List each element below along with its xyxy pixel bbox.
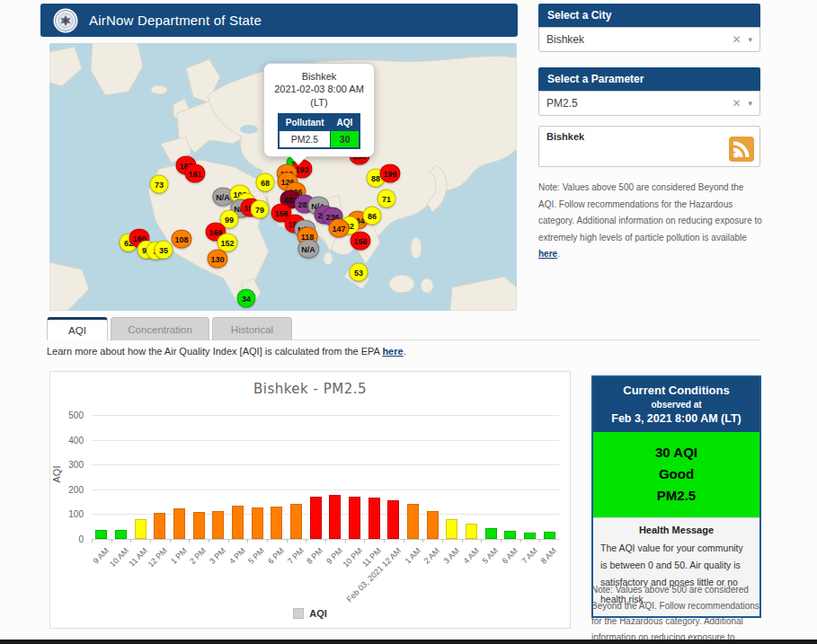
- aqi-world-map[interactable]: 18716173N/A10069N/A159799968169152130621…: [49, 43, 517, 311]
- aqi-bar[interactable]: [485, 528, 497, 539]
- aqi-bar[interactable]: [544, 532, 555, 539]
- rss-icon[interactable]: [729, 137, 754, 162]
- y-tick-label: 300: [68, 460, 84, 470]
- health-message-title: Health Message: [600, 525, 752, 535]
- x-tick: [364, 539, 365, 543]
- learn-more-link[interactable]: here: [382, 346, 403, 357]
- aqi-marker[interactable]: 34: [237, 289, 256, 308]
- aqi-bar[interactable]: [407, 504, 419, 539]
- x-tick: [422, 539, 423, 543]
- aqi-bar[interactable]: [212, 511, 224, 539]
- tab-historical[interactable]: Historical: [212, 317, 292, 340]
- aqi-bar[interactable]: [329, 495, 341, 539]
- y-axis-title: AQI: [51, 466, 62, 483]
- popup-aqi-header: AQI: [331, 114, 360, 131]
- current-conditions-header: Current Conditions observed at Feb 3, 20…: [593, 377, 759, 432]
- aqi-marker[interactable]: 86: [363, 207, 382, 225]
- aqi-marker[interactable]: N/A: [297, 240, 319, 259]
- aqi-bar[interactable]: [387, 500, 399, 539]
- aqi-bar[interactable]: [135, 519, 147, 539]
- aqi-bar[interactable]: [446, 519, 457, 539]
- tab-aqi[interactable]: AQI: [47, 317, 108, 340]
- chart-legend[interactable]: AQI: [50, 608, 570, 619]
- clear-city-icon[interactable]: ✕: [732, 33, 741, 46]
- learn-more-text: Learn more about how the Air Quality Ind…: [47, 346, 406, 357]
- aqi-marker[interactable]: 158: [350, 232, 370, 251]
- x-tick-label: 7 PM: [286, 546, 306, 566]
- aqi-marker[interactable]: 108: [171, 230, 191, 249]
- x-tick: [501, 539, 502, 543]
- x-tick-label: 2 PM: [188, 546, 208, 566]
- x-tick-label: 4 PM: [227, 546, 247, 566]
- x-tick: [520, 539, 521, 543]
- aqi-bar[interactable]: [193, 512, 205, 539]
- rss-feed-box: Bishkek: [538, 126, 760, 167]
- conditions-note-text: Note: Values above 500 are considered Be…: [591, 585, 762, 644]
- map-popup: Bishkek 2021-02-03 8:00 AM (LT) Pollutan…: [263, 63, 375, 157]
- aqi-bar[interactable]: [252, 507, 263, 539]
- chart-title: Bishkek - PM2.5: [50, 381, 570, 397]
- popup-aqi-value: 30: [331, 130, 360, 148]
- aqi-bar[interactable]: [466, 524, 477, 539]
- x-tick: [462, 539, 463, 543]
- aqi-bar[interactable]: [290, 504, 302, 539]
- chart-plot: 01002003004005009 AM10 AM11 AM12 PM1 PM2…: [92, 415, 559, 539]
- city-select[interactable]: Bishkek ✕ ▾: [538, 27, 760, 52]
- y-tick-label: 200: [68, 484, 84, 494]
- aqi-bar[interactable]: [504, 531, 516, 539]
- aqi-marker[interactable]: 199: [379, 164, 400, 183]
- aqi-bar[interactable]: [173, 508, 185, 539]
- x-tick: [404, 539, 404, 543]
- x-tick: [228, 539, 229, 543]
- learn-more-body: Learn more about how the Air Quality Ind…: [47, 346, 382, 357]
- aqi-bar[interactable]: [115, 530, 127, 539]
- aqi-bar[interactable]: [95, 530, 107, 539]
- aqi-marker[interactable]: 68: [256, 173, 275, 192]
- x-tick-label: 8 PM: [305, 546, 324, 566]
- aqi-marker[interactable]: 71: [377, 190, 396, 208]
- popup-datetime: 2021-02-03 8:00 AM: [269, 83, 369, 95]
- aqi-bar[interactable]: [349, 497, 360, 539]
- select-city-header: Select a City: [538, 4, 760, 27]
- chevron-down-icon[interactable]: ▾: [748, 35, 752, 44]
- tab-concentration[interactable]: Concentration: [111, 317, 209, 340]
- aqi-bar[interactable]: [524, 533, 536, 539]
- aqi-status-block: 30 AQI Good PM2.5: [593, 432, 759, 517]
- aqi-bar[interactable]: [310, 497, 322, 539]
- clear-parameter-icon[interactable]: ✕: [732, 97, 741, 110]
- aqi-marker[interactable]: 73: [150, 175, 169, 194]
- x-tick-label: 1 PM: [169, 546, 189, 566]
- x-tick-label: 6 PM: [266, 546, 286, 566]
- x-tick: [189, 539, 190, 543]
- observed-at-datetime: Feb 3, 2021 8:00 AM (LT): [597, 412, 756, 425]
- aqi-marker[interactable]: 53: [350, 263, 369, 282]
- page: AirNow Department of State: [0, 0, 817, 644]
- gridline: [92, 415, 559, 416]
- aqi-marker[interactable]: 161: [184, 164, 205, 183]
- select-parameter-header: Select a Parameter: [538, 67, 760, 91]
- aqi-marker[interactable]: 147: [328, 219, 349, 238]
- x-tick: [150, 539, 151, 543]
- aqi-marker[interactable]: 130: [207, 250, 227, 269]
- aqi-bar[interactable]: [271, 507, 282, 539]
- aqi-bar[interactable]: [154, 513, 165, 539]
- popup-pollutant-value: PM2.5: [279, 130, 331, 148]
- gridline: [92, 490, 559, 490]
- aqi-bar[interactable]: [427, 511, 439, 539]
- rss-city-label: Bishkek: [546, 131, 584, 142]
- aqi-marker[interactable]: 79: [251, 200, 270, 219]
- aqi-bar[interactable]: [369, 498, 380, 539]
- sidebar-note-link[interactable]: here: [538, 249, 557, 259]
- aqi-pollutant: PM2.5: [597, 488, 756, 503]
- x-tick-label: 5 AM: [481, 546, 501, 566]
- aqi-marker[interactable]: 35: [155, 241, 173, 260]
- sidebar-note: Note: Values above 500 are considered Be…: [538, 180, 763, 263]
- chevron-down-icon[interactable]: ▾: [748, 99, 752, 108]
- parameter-select[interactable]: PM2.5 ✕ ▾: [538, 91, 760, 116]
- sidebar-note-text: Note: Values above 500 are considered Be…: [538, 182, 762, 243]
- y-tick-label: 0: [78, 534, 84, 544]
- x-tick-label: 3 PM: [208, 546, 227, 566]
- popup-pollutant-header: Pollutant: [279, 114, 331, 131]
- aqi-bar[interactable]: [232, 506, 244, 539]
- x-tick-label: 5 PM: [246, 546, 266, 566]
